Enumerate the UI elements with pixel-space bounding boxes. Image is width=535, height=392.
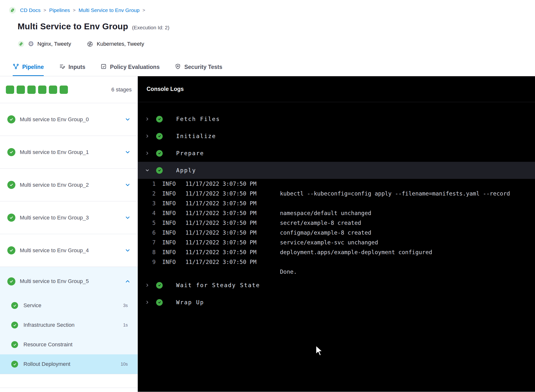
log-timestamp: 11/17/2022 3:07:50 PM bbox=[185, 181, 259, 187]
stage-name: Multi service to Env Group_1 bbox=[20, 149, 120, 155]
log-message: deployment.apps/example-deployment confi… bbox=[280, 249, 432, 255]
log-line: 6 INFO 11/17/2022 3:07:50 PM configmap/e… bbox=[138, 228, 535, 238]
log-line-number: 5 bbox=[138, 220, 156, 226]
tab-pipeline[interactable]: Pipeline bbox=[13, 58, 44, 76]
log-timestamp: 11/17/2022 3:07:50 PM bbox=[185, 190, 259, 197]
console-step-wrap-up[interactable]: Wrap Up bbox=[138, 294, 535, 311]
console-step-initialize[interactable]: Initialize bbox=[138, 128, 535, 145]
console-panel: Console Logs Fetch Files Initialize Prep… bbox=[138, 76, 535, 392]
stage-row-3[interactable]: Multi service to Env Group_3 bbox=[0, 201, 138, 234]
stages-sidebar: 6 stages Multi service to Env Group_0 Mu… bbox=[0, 76, 138, 392]
console-step-name: Fetch Files bbox=[176, 116, 220, 122]
log-timestamp: 11/17/2022 3:07:50 PM bbox=[185, 229, 259, 236]
log-line-number: 8 bbox=[138, 249, 156, 255]
stage-name: Multi service to Env Group_3 bbox=[20, 215, 120, 221]
success-check-icon bbox=[156, 133, 163, 140]
log-timestamp: 11/17/2022 3:07:50 PM bbox=[185, 249, 259, 255]
success-check-icon bbox=[7, 148, 15, 156]
infrastructure-label: Kubernetes, Tweety bbox=[97, 41, 144, 47]
chevron-down-icon[interactable] bbox=[125, 116, 131, 122]
tab-policy-evaluations[interactable]: Policy Evaluations bbox=[100, 58, 160, 76]
tab-label: Security Tests bbox=[184, 64, 222, 70]
step-row-resource-constraint[interactable]: Resource Constraint bbox=[0, 335, 138, 354]
log-line-number: 4 bbox=[138, 210, 156, 216]
log-level: INFO bbox=[162, 200, 179, 207]
stage-square bbox=[38, 86, 46, 94]
chevron-up-icon[interactable] bbox=[125, 278, 131, 284]
stage-row-1[interactable]: Multi service to Env Group_1 bbox=[0, 136, 138, 169]
breadcrumb-pipeline-name[interactable]: Multi Service to Env Group bbox=[78, 7, 139, 13]
console-step-name: Prepare bbox=[176, 150, 204, 156]
chevron-down-icon[interactable] bbox=[125, 215, 131, 221]
stage-row-0[interactable]: Multi service to Env Group_0 bbox=[0, 103, 138, 136]
console-step-apply[interactable]: Apply bbox=[138, 162, 535, 179]
stage-row-2[interactable]: Multi service to Env Group_2 bbox=[0, 169, 138, 201]
log-level: INFO bbox=[162, 259, 179, 265]
success-check-icon bbox=[156, 299, 163, 306]
log-line: 1 INFO 11/17/2022 3:07:50 PM bbox=[138, 179, 535, 189]
chevron-down-icon[interactable] bbox=[144, 168, 150, 173]
stage-status-squares bbox=[6, 86, 68, 94]
console-step-wait-for-steady-state[interactable]: Wait for Steady State bbox=[138, 277, 535, 294]
chevron-down-icon[interactable] bbox=[125, 247, 131, 253]
console-step-name: Wrap Up bbox=[176, 299, 204, 305]
log-line-number: 2 bbox=[138, 190, 156, 197]
breadcrumb-separator: > bbox=[73, 8, 75, 13]
step-row-service[interactable]: Service 3s bbox=[0, 296, 138, 315]
log-line: 5 INFO 11/17/2022 3:07:50 PM secret/exam… bbox=[138, 218, 535, 228]
breadcrumb-pipelines[interactable]: Pipelines bbox=[49, 7, 70, 13]
chevron-down-icon[interactable] bbox=[125, 182, 131, 188]
shield-icon bbox=[175, 63, 181, 71]
log-line: 4 INFO 11/17/2022 3:07:50 PM namespace/d… bbox=[138, 208, 535, 218]
success-check-icon bbox=[7, 246, 15, 254]
stage-name: Multi service to Env Group_2 bbox=[20, 182, 120, 188]
log-timestamp: 11/17/2022 3:07:50 PM bbox=[185, 210, 259, 216]
console-step-fetch-files[interactable]: Fetch Files bbox=[138, 110, 535, 128]
log-line-number: 9 bbox=[138, 259, 156, 265]
breadcrumb-separator: > bbox=[142, 8, 145, 13]
step-row-rollout-deployment[interactable]: Rollout Deployment 10s bbox=[0, 354, 138, 374]
stage-row-4[interactable]: Multi service to Env Group_4 bbox=[0, 234, 138, 267]
tab-bar: Pipeline Inputs Policy Evaluations Secur… bbox=[0, 58, 535, 76]
console-title: Console Logs bbox=[147, 86, 184, 92]
breadcrumb-cd-docs[interactable]: CD Docs bbox=[20, 7, 41, 13]
tab-label: Pipeline bbox=[22, 64, 44, 70]
log-level: INFO bbox=[162, 220, 179, 226]
log-line-number: 6 bbox=[138, 229, 156, 236]
stage-row-5[interactable]: Multi service to Env Group_5 bbox=[0, 267, 138, 296]
console-step-prepare[interactable]: Prepare bbox=[138, 145, 535, 162]
chevron-right-icon[interactable] bbox=[144, 300, 150, 305]
chevron-down-icon[interactable] bbox=[125, 149, 131, 155]
stage-count-label: 6 stages bbox=[111, 87, 132, 93]
log-level: INFO bbox=[162, 210, 179, 216]
success-check-icon bbox=[11, 322, 18, 328]
log-message: Done. bbox=[280, 269, 297, 275]
success-check-icon bbox=[156, 282, 163, 289]
step-row-infrastructure[interactable]: Infrastructure Section 1s bbox=[0, 315, 138, 335]
step-duration: 3s bbox=[123, 303, 128, 308]
stage-name: Multi service to Env Group_5 bbox=[20, 278, 120, 284]
success-check-icon bbox=[156, 150, 163, 157]
policy-check-icon bbox=[100, 63, 107, 71]
step-name: Resource Constraint bbox=[23, 341, 122, 348]
step-duration: 1s bbox=[123, 323, 128, 328]
page-title: Multi Service to Env Group bbox=[18, 22, 128, 31]
chevron-right-icon[interactable] bbox=[144, 117, 150, 121]
execution-id: (Execution Id: 2) bbox=[132, 25, 170, 31]
stage-summary-row: 6 stages bbox=[0, 76, 138, 103]
tab-inputs[interactable]: Inputs bbox=[59, 58, 85, 76]
chevron-right-icon[interactable] bbox=[144, 134, 150, 139]
log-message: namespace/default unchanged bbox=[280, 210, 371, 216]
log-message: kubectl --kubeconfig=config apply --file… bbox=[280, 190, 510, 197]
log-timestamp: 11/17/2022 3:07:50 PM bbox=[185, 220, 259, 226]
console-body: Fetch Files Initialize Prepare Apply 1 bbox=[138, 102, 535, 311]
log-line-done: Done. bbox=[138, 267, 535, 277]
tab-security-tests[interactable]: Security Tests bbox=[175, 58, 222, 76]
log-level: INFO bbox=[162, 239, 179, 246]
services-label: Nginx, Tweety bbox=[37, 41, 71, 47]
log-line-number: 7 bbox=[138, 239, 156, 246]
chevron-right-icon[interactable] bbox=[144, 283, 150, 288]
pipeline-link-icon bbox=[9, 7, 16, 14]
page-header: CD Docs > Pipelines > Multi Service to E… bbox=[0, 0, 535, 48]
chevron-right-icon[interactable] bbox=[144, 151, 150, 156]
